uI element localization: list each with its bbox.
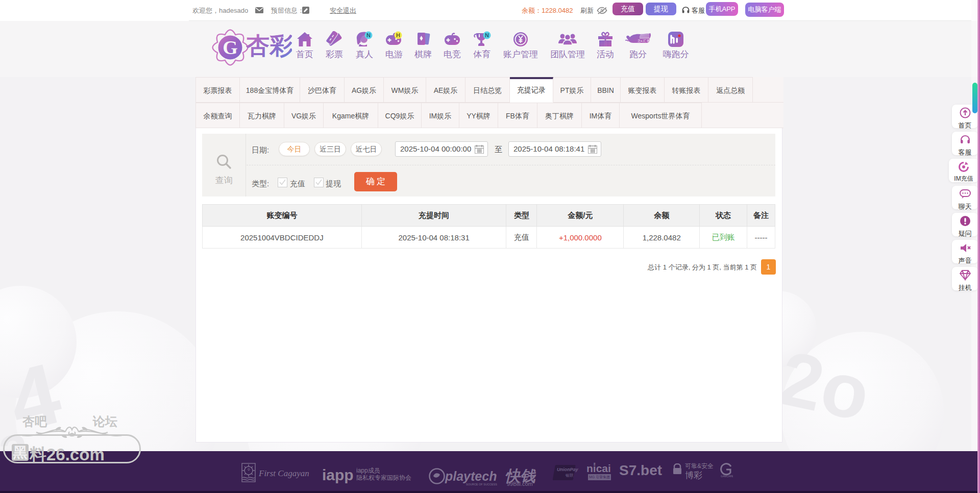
svg-text:H: H <box>396 32 400 38</box>
svg-text:N: N <box>366 32 371 38</box>
svg-text:SOURCE OF SUCCESS: SOURCE OF SUCCESS <box>466 483 497 486</box>
svg-text:First Cagayan: First Cagayan <box>258 469 309 478</box>
svg-text:银联: 银联 <box>565 473 574 478</box>
svg-text:UnionPay: UnionPay <box>557 467 579 472</box>
svg-text:杏彩: 杏彩 <box>246 32 292 59</box>
svg-text:GAMCARE: GAMCARE <box>721 475 733 478</box>
svg-text:G: G <box>223 37 238 58</box>
svg-text:playtech: playtech <box>445 469 497 483</box>
svg-text:N: N <box>485 32 489 38</box>
svg-text:之s.汇 赛中至优墙: 之s.汇 赛中至优墙 <box>638 39 652 43</box>
